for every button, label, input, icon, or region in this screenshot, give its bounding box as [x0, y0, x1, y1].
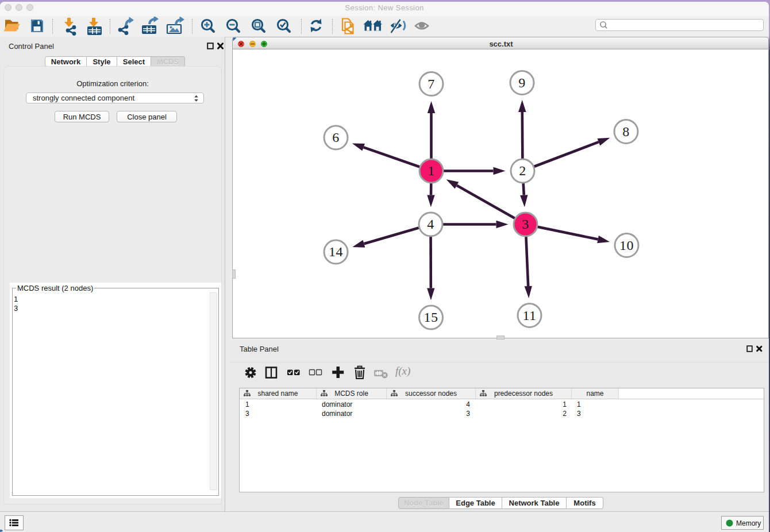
svg-text:6: 6 [332, 130, 340, 145]
svg-text:7: 7 [428, 76, 435, 91]
svg-text:15: 15 [424, 310, 438, 325]
svg-text:8: 8 [622, 124, 630, 139]
svg-text:11: 11 [522, 308, 536, 323]
svg-text:1: 1 [428, 163, 435, 178]
svg-text:4: 4 [427, 217, 434, 232]
svg-text:2: 2 [519, 163, 526, 178]
svg-text:14: 14 [329, 244, 343, 259]
svg-text:10: 10 [619, 238, 634, 253]
svg-text:3: 3 [522, 217, 529, 232]
svg-text:9: 9 [518, 75, 526, 90]
